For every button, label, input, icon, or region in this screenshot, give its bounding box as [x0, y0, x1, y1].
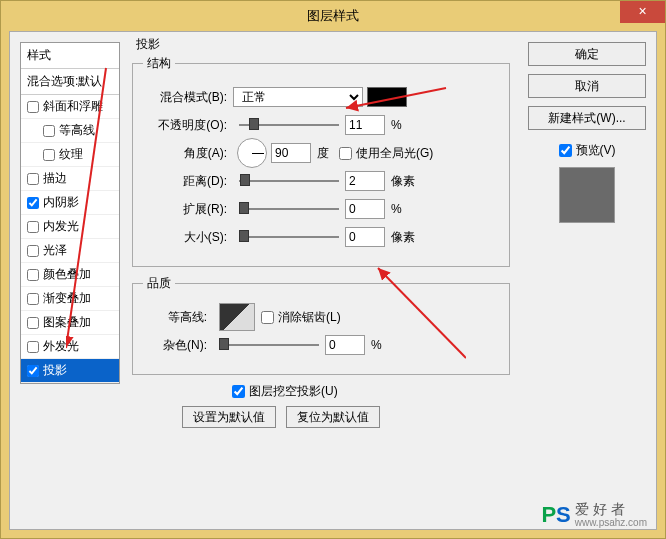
style-label: 外发光 — [43, 338, 79, 355]
dialog-window: 图层样式 × 样式 混合选项:默认 斜面和浮雕 等高线 纹理 描边 内阴影 内发… — [0, 0, 666, 539]
blending-options-default[interactable]: 混合选项:默认 — [21, 69, 119, 95]
distance-slider[interactable] — [239, 174, 339, 188]
style-item-inner-shadow[interactable]: 内阴影 — [21, 191, 119, 215]
close-icon: × — [638, 3, 646, 19]
noise-unit: % — [371, 338, 382, 352]
style-item-outer-glow[interactable]: 外发光 — [21, 335, 119, 359]
size-label: 大小(S): — [143, 229, 233, 246]
contour-label: 等高线: — [143, 309, 213, 326]
watermark-text: 爱 好 者 — [575, 502, 647, 517]
style-item-stroke[interactable]: 描边 — [21, 167, 119, 191]
style-checkbox[interactable] — [27, 173, 39, 185]
distance-label: 距离(D): — [143, 173, 233, 190]
dialog-title: 图层样式 — [307, 8, 359, 23]
knockout-checkbox[interactable] — [232, 385, 245, 398]
new-style-button[interactable]: 新建样式(W)... — [528, 106, 646, 130]
style-checkbox[interactable] — [43, 149, 55, 161]
quality-legend: 品质 — [143, 275, 175, 292]
style-item-texture[interactable]: 纹理 — [21, 143, 119, 167]
spread-input[interactable] — [345, 199, 385, 219]
style-label: 图案叠加 — [43, 314, 91, 331]
dialog-content: 样式 混合选项:默认 斜面和浮雕 等高线 纹理 描边 内阴影 内发光 光泽 颜色… — [9, 31, 657, 530]
cancel-button[interactable]: 取消 — [528, 74, 646, 98]
opacity-label: 不透明度(O): — [143, 117, 233, 134]
antialias-checkbox[interactable] — [261, 311, 274, 324]
watermark-url: www.psahz.com — [575, 517, 647, 528]
noise-input[interactable] — [325, 335, 365, 355]
opacity-input[interactable] — [345, 115, 385, 135]
style-label: 内阴影 — [43, 194, 79, 211]
reset-default-button[interactable]: 复位为默认值 — [286, 406, 380, 428]
style-item-inner-glow[interactable]: 内发光 — [21, 215, 119, 239]
watermark-s: S — [556, 502, 571, 527]
size-input[interactable] — [345, 227, 385, 247]
antialias-label: 消除锯齿(L) — [278, 309, 341, 326]
preview-label: 预览(V) — [576, 142, 616, 159]
style-checkbox[interactable] — [43, 125, 55, 137]
angle-unit: 度 — [317, 145, 329, 162]
style-label: 渐变叠加 — [43, 290, 91, 307]
distance-unit: 像素 — [391, 173, 415, 190]
blend-mode-label: 混合模式(B): — [143, 89, 233, 106]
styles-list: 样式 混合选项:默认 斜面和浮雕 等高线 纹理 描边 内阴影 内发光 光泽 颜色… — [20, 42, 120, 384]
knockout-label: 图层挖空投影(U) — [249, 383, 338, 400]
spread-label: 扩展(R): — [143, 201, 233, 218]
shadow-color-swatch[interactable] — [367, 87, 407, 107]
preview-checkbox[interactable] — [559, 144, 572, 157]
opacity-slider[interactable] — [239, 118, 339, 132]
size-unit: 像素 — [391, 229, 415, 246]
set-default-button[interactable]: 设置为默认值 — [182, 406, 276, 428]
style-item-color-overlay[interactable]: 颜色叠加 — [21, 263, 119, 287]
style-checkbox[interactable] — [27, 269, 39, 281]
watermark: PS 爱 好 者 www.psahz.com — [541, 502, 647, 528]
size-slider[interactable] — [239, 230, 339, 244]
style-checkbox[interactable] — [27, 293, 39, 305]
title-bar: 图层样式 × — [1, 1, 665, 31]
global-light-label: 使用全局光(G) — [356, 145, 433, 162]
angle-dial[interactable] — [237, 138, 267, 168]
style-label: 投影 — [43, 362, 67, 379]
noise-slider[interactable] — [219, 338, 319, 352]
style-checkbox[interactable] — [27, 317, 39, 329]
structure-group: 结构 混合模式(B): 正常 不透明度(O): % 角度(A): 度 — [132, 55, 510, 267]
style-checkbox[interactable] — [27, 101, 39, 113]
style-label: 斜面和浮雕 — [43, 98, 103, 115]
main-panel: 投影 结构 混合模式(B): 正常 不透明度(O): % 角度(A): — [132, 36, 510, 428]
style-item-pattern-overlay[interactable]: 图案叠加 — [21, 311, 119, 335]
style-checkbox[interactable] — [27, 221, 39, 233]
style-label: 光泽 — [43, 242, 67, 259]
style-label: 纹理 — [59, 146, 83, 163]
global-light-checkbox[interactable] — [339, 147, 352, 160]
watermark-p: P — [541, 502, 556, 527]
style-checkbox[interactable] — [27, 245, 39, 257]
style-item-gradient-overlay[interactable]: 渐变叠加 — [21, 287, 119, 311]
style-label: 描边 — [43, 170, 67, 187]
ok-button[interactable]: 确定 — [528, 42, 646, 66]
noise-label: 杂色(N): — [143, 337, 213, 354]
quality-group: 品质 等高线: 消除锯齿(L) 杂色(N): % — [132, 275, 510, 375]
angle-input[interactable] — [271, 143, 311, 163]
contour-picker[interactable] — [219, 303, 255, 331]
blend-mode-select[interactable]: 正常 — [233, 87, 363, 107]
style-checkbox[interactable] — [27, 197, 39, 209]
angle-label: 角度(A): — [143, 145, 233, 162]
close-button[interactable]: × — [620, 1, 665, 23]
right-column: 确定 取消 新建样式(W)... 预览(V) — [528, 42, 646, 223]
style-label: 内发光 — [43, 218, 79, 235]
preview-thumbnail — [559, 167, 615, 223]
style-checkbox[interactable] — [27, 365, 39, 377]
style-checkbox[interactable] — [27, 341, 39, 353]
group-title: 投影 — [132, 36, 510, 53]
distance-input[interactable] — [345, 171, 385, 191]
spread-slider[interactable] — [239, 202, 339, 216]
style-label: 颜色叠加 — [43, 266, 91, 283]
style-item-bevel[interactable]: 斜面和浮雕 — [21, 95, 119, 119]
style-label: 等高线 — [59, 122, 95, 139]
spread-unit: % — [391, 202, 402, 216]
structure-legend: 结构 — [143, 55, 175, 72]
style-item-drop-shadow[interactable]: 投影 — [21, 359, 119, 383]
opacity-unit: % — [391, 118, 402, 132]
styles-header[interactable]: 样式 — [21, 43, 119, 69]
style-item-contour[interactable]: 等高线 — [21, 119, 119, 143]
style-item-satin[interactable]: 光泽 — [21, 239, 119, 263]
